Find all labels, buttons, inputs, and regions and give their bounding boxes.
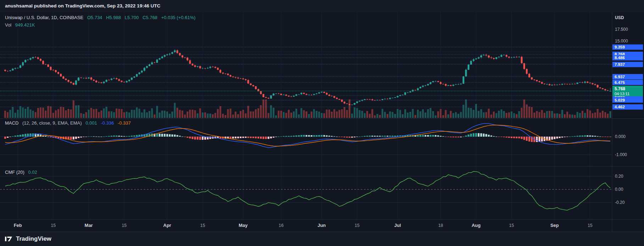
macd-title: MACD bbox=[5, 120, 18, 126]
published-chart-page: USD17.50015.0000.000-1.0000.200.00-0.209… bbox=[0, 0, 644, 246]
price-pane[interactable] bbox=[0, 12, 612, 119]
symbol-title: Uniswap / U.S. Dollar, 1D, COINBASE bbox=[5, 15, 83, 20]
symbol-legend: Uniswap / U.S. Dollar, 1D, COINBASE O5.7… bbox=[5, 15, 198, 20]
footer-bar: TradingView bbox=[0, 232, 644, 246]
tradingview-logo-icon bbox=[5, 236, 13, 242]
cmf-pane[interactable] bbox=[0, 166, 612, 219]
cmf-title: CMF (20) bbox=[5, 170, 24, 175]
ohlc-change: +0.035 (+0.61%) bbox=[161, 15, 195, 20]
macd-legend: MACD (12, 26, close, 9, EMA, EMA) 0.001 … bbox=[5, 120, 133, 126]
publish-line: anushsamal published on TradingView.com,… bbox=[5, 3, 160, 8]
ohlc-high: H5.988 bbox=[106, 15, 121, 20]
volume-value: 949.421K bbox=[15, 22, 35, 28]
macd-params: (12, 26, close, 9, EMA, EMA) bbox=[22, 120, 82, 126]
ohlc-open: O5.734 bbox=[87, 15, 102, 20]
volume-label: Vol bbox=[5, 22, 11, 28]
ohlc-low: L5.700 bbox=[125, 15, 139, 20]
tradingview-logo[interactable]: TradingView bbox=[5, 235, 51, 242]
macd-hist-value: 0.001 bbox=[85, 120, 97, 126]
ohlc-close: C5.768 bbox=[143, 15, 157, 20]
price-axis[interactable] bbox=[612, 12, 644, 232]
brand-wordmark: TradingView bbox=[16, 235, 51, 242]
cmf-legend: CMF (20) 0.02 bbox=[5, 170, 40, 175]
volume-legend: Vol 949.421K bbox=[5, 22, 37, 28]
macd-line-value: -0.336 bbox=[101, 120, 114, 126]
publish-bar: anushsamal published on TradingView.com,… bbox=[0, 0, 644, 12]
time-axis[interactable] bbox=[0, 219, 612, 232]
macd-pane[interactable] bbox=[0, 119, 612, 166]
macd-signal-value: -0.337 bbox=[118, 120, 131, 126]
cmf-value: 0.02 bbox=[28, 170, 37, 175]
